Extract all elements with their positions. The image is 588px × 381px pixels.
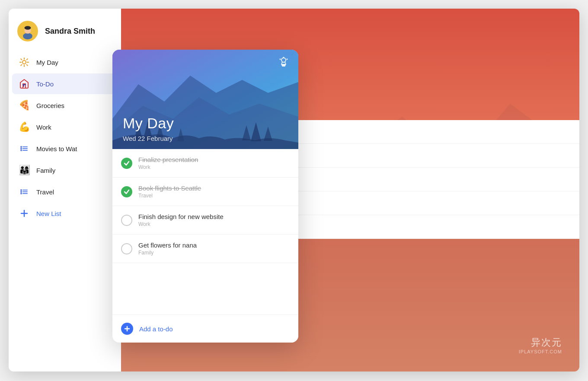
svg-line-11 (21, 65, 22, 66)
sidebar-item-movies[interactable]: Movies to Wat (12, 138, 118, 159)
sidebar-nav: My Day To-Do 🍕 Groc (9, 52, 121, 224)
add-todo-button[interactable]: Add a to-do (112, 315, 298, 343)
todo-subtitle-4: Family (138, 250, 197, 256)
svg-point-43 (281, 58, 286, 62)
sidebar-item-groceries[interactable]: 🍕 Groceries (12, 95, 118, 116)
popup-empty-space (112, 263, 298, 315)
sidebar-label-travel: Travel (36, 188, 54, 196)
svg-point-46 (280, 59, 281, 60)
svg-point-27 (21, 193, 22, 194)
todo-text-group-1: Finalize presentation Work (138, 156, 198, 170)
svg-line-10 (27, 65, 28, 66)
svg-point-4 (22, 60, 26, 64)
muscle-icon: 💪 (18, 121, 30, 133)
profile-section[interactable]: Sandra Smith (9, 9, 121, 52)
plus-icon (18, 207, 30, 219)
sidebar-item-new-list[interactable]: New List (12, 203, 118, 224)
popup-header: My Day Wed 22 February (112, 50, 298, 149)
svg-point-47 (287, 59, 288, 60)
svg-line-9 (21, 59, 22, 60)
sidebar-item-todo[interactable]: To-Do (12, 73, 118, 94)
sidebar: Sandra Smith (9, 9, 121, 371)
popup-todo-item-1[interactable]: Finalize presentation Work (112, 149, 298, 178)
popup-title: My Day (123, 115, 174, 132)
todo-subtitle-1: Work (138, 164, 198, 170)
check-circle-4[interactable] (121, 243, 132, 254)
todo-text-group-3: Finish design for new website Work (138, 213, 224, 227)
sidebar-item-travel[interactable]: Travel (12, 181, 118, 202)
profile-name: Sandra Smith (45, 27, 95, 36)
todo-text-group-2: Book flights to Seattle Travel (138, 184, 201, 199)
popup-todo-list: Finalize presentation Work Book flights … (112, 149, 298, 315)
watermark: 异次元 IPLAYSOFT.COM (519, 336, 562, 354)
todo-title-4: Get flowers for nana (138, 241, 197, 249)
sun-icon (18, 56, 30, 68)
todo-text-group-4: Get flowers for nana Family (138, 241, 197, 256)
sidebar-label-work: Work (36, 124, 51, 131)
family-icon: 👨‍👩‍👧 (18, 164, 30, 176)
sidebar-item-family[interactable]: 👨‍👩‍👧 Family (12, 160, 118, 181)
todo-subtitle-3: Work (138, 221, 224, 227)
sidebar-label-todo: To-Do (36, 80, 54, 88)
todo-title-2: Book flights to Seattle (138, 184, 201, 192)
todo-subtitle-2: Travel (138, 193, 201, 199)
app-container: Sandra Smith (9, 9, 579, 371)
todo-title-1: Finalize presentation (138, 156, 198, 163)
popup-todo-item-4[interactable]: Get flowers for nana Family (112, 235, 298, 263)
popup-date: Wed 22 February (123, 135, 173, 142)
add-todo-label: Add a to-do (139, 325, 173, 333)
check-circle-1[interactable] (121, 158, 132, 169)
svg-point-1 (23, 33, 32, 39)
svg-point-3 (25, 26, 31, 29)
popup-card: My Day Wed 22 February Finalize presenta… (112, 50, 298, 343)
svg-point-22 (21, 150, 22, 151)
lightbulb-icon[interactable] (278, 57, 290, 71)
house-icon (18, 78, 30, 90)
list-icon (18, 143, 30, 155)
svg-point-21 (21, 148, 22, 149)
check-circle-2[interactable] (121, 186, 132, 197)
svg-point-25 (21, 191, 22, 192)
sidebar-item-my-day[interactable]: My Day (12, 52, 118, 73)
pizza-icon: 🍕 (18, 99, 30, 111)
watermark-url: IPLAYSOFT.COM (519, 349, 562, 354)
svg-point-20 (21, 146, 22, 147)
watermark-chinese: 异次元 (519, 336, 562, 349)
popup-todo-item-3[interactable]: Finish design for new website Work (112, 206, 298, 235)
add-circle-icon (121, 323, 133, 335)
sidebar-label-movies: Movies to Wat (36, 145, 77, 152)
popup-todo-item-2[interactable]: Book flights to Seattle Travel (112, 178, 298, 206)
svg-line-12 (27, 59, 28, 60)
check-circle-3[interactable] (121, 215, 132, 226)
sidebar-label-new-list: New List (36, 210, 61, 217)
list2-icon (18, 186, 30, 198)
avatar (17, 21, 38, 41)
sidebar-label-groceries: Groceries (36, 102, 64, 109)
svg-point-23 (21, 190, 22, 190)
todo-title-3: Finish design for new website (138, 213, 224, 220)
sidebar-item-work[interactable]: 💪 Work (12, 117, 118, 137)
svg-point-48 (283, 57, 284, 58)
sidebar-label-family: Family (36, 167, 55, 174)
sidebar-label-my-day: My Day (36, 59, 58, 66)
